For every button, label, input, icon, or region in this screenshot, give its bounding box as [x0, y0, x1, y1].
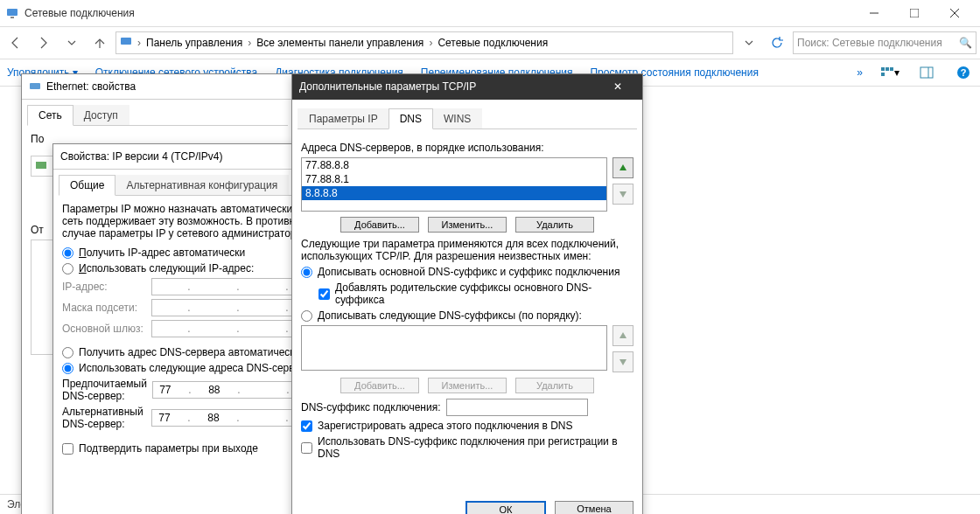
help-icon[interactable]: ?: [954, 63, 973, 82]
ipv4-description: Параметры IP можно назначать автоматичес…: [62, 203, 325, 240]
nav-up-button[interactable]: [88, 31, 112, 55]
more-chevron[interactable]: »: [857, 66, 863, 79]
close-button[interactable]: [934, 1, 975, 25]
dropdown-button[interactable]: [737, 31, 761, 55]
svg-rect-3: [910, 9, 919, 17]
chevron-right-icon: ›: [246, 37, 253, 49]
radio-custom-suffix[interactable]: Дописывать следующие DNS-суффиксы (по по…: [301, 309, 634, 322]
nav-back-button[interactable]: [4, 31, 28, 55]
adapter-icon: [35, 159, 47, 174]
connection-suffix-label: DNS-суффикс подключения:: [301, 401, 441, 413]
svg-rect-7: [121, 38, 131, 45]
advanced-body: Адреса DNS-серверов, в порядке использов…: [292, 129, 642, 470]
mask-label: Маска подсети:: [62, 302, 146, 314]
search-icon: 🔍: [959, 37, 972, 49]
svg-rect-9: [886, 67, 889, 71]
navbar: › Панель управления › Все элементы панел…: [0, 27, 980, 59]
svg-text:?: ?: [961, 67, 967, 78]
dialog-footer: ОК Отмена: [292, 496, 642, 514]
dns-list-label: Адреса DNS-серверов, в порядке использов…: [301, 142, 634, 154]
minimize-button[interactable]: [854, 1, 894, 25]
dialog-title: Ethernet: свойства: [46, 80, 136, 93]
svg-marker-18: [620, 164, 626, 170]
radio-primary-suffix[interactable]: Дописывать основной DNS-суффикс и суффик…: [301, 266, 634, 278]
dialog-titlebar: Дополнительные параметры TCP/IP ✕: [292, 74, 642, 100]
radio-auto-dns[interactable]: Получить адрес DNS-сервера автоматически: [62, 346, 325, 358]
address-bar[interactable]: › Панель управления › Все элементы панел…: [116, 31, 733, 54]
dialog-title: Свойства: IP версии 4 (TCP/IPv4): [60, 150, 223, 163]
move-up-button[interactable]: [612, 157, 634, 178]
delete-button: Удалить: [515, 378, 594, 393]
edit-button[interactable]: Изменить...: [428, 217, 507, 233]
tab-access[interactable]: Доступ: [73, 105, 130, 125]
svg-rect-10: [890, 67, 893, 71]
svg-marker-19: [620, 191, 626, 198]
connection-suffix-input[interactable]: [446, 399, 588, 416]
gateway-label: Основной шлюз:: [62, 323, 146, 335]
tab-dns[interactable]: DNS: [388, 108, 433, 129]
ip-label: IP-адрес:: [62, 281, 146, 293]
explorer-titlebar: Сетевые подключения: [0, 0, 980, 27]
svg-rect-11: [881, 73, 885, 76]
radio-manual-dns[interactable]: Использовать следующие адреса DNS-сервер…: [62, 362, 325, 374]
ok-button[interactable]: ОК: [466, 501, 546, 514]
svg-rect-16: [30, 83, 40, 89]
ipv4-tabs: Общие Альтернативная конфигурация: [59, 175, 328, 196]
svg-rect-8: [881, 67, 885, 71]
tab-general[interactable]: Общие: [59, 175, 116, 196]
nav-recent-button[interactable]: [60, 31, 84, 55]
svg-marker-20: [620, 332, 626, 338]
ethernet-tabs: Сеть Доступ: [27, 105, 288, 126]
preview-pane-icon[interactable]: [917, 63, 936, 82]
tab-ip-params[interactable]: Параметры IP: [298, 108, 389, 128]
tab-alternate[interactable]: Альтернативная конфигурация: [115, 175, 289, 195]
edit-button: Изменить...: [428, 378, 507, 393]
list-item[interactable]: 77.88.8.1: [302, 172, 606, 186]
svg-rect-1: [10, 17, 14, 18]
pref-dns-label: Предпочитаемый DNS-сервер:: [62, 378, 147, 402]
suffix-description: Следующие три параметра применяются для …: [301, 238, 634, 262]
radio-manual-ip[interactable]: Использовать следующий IP-адрес:: [62, 262, 325, 274]
radio-auto-ip[interactable]: Получить IP-адрес автоматически: [62, 247, 325, 259]
dialog-title: Дополнительные параметры TCP/IP: [299, 80, 476, 93]
maximize-button[interactable]: [894, 1, 934, 25]
check-parent-suffix[interactable]: Добавлять родительские суффиксы основног…: [318, 281, 634, 306]
list-item[interactable]: 77.88.8.8: [302, 158, 606, 172]
view-options-icon[interactable]: ▾: [880, 63, 900, 82]
svg-rect-12: [920, 67, 933, 78]
breadcrumb[interactable]: Панель управления: [146, 37, 242, 49]
check-register-dns[interactable]: Зарегистрировать адреса этого подключени…: [301, 420, 634, 432]
svg-marker-21: [620, 359, 626, 365]
delete-button[interactable]: Удалить: [515, 217, 594, 233]
add-button: Добавить...: [340, 378, 419, 393]
breadcrumb[interactable]: Сетевые подключения: [438, 37, 548, 49]
move-down-button: [612, 351, 634, 372]
tab-network[interactable]: Сеть: [27, 105, 74, 126]
move-down-button: [612, 184, 634, 205]
chevron-right-icon: ›: [136, 37, 143, 49]
add-button[interactable]: Добавить...: [340, 217, 419, 233]
explorer-title: Сетевые подключения: [24, 7, 854, 19]
svg-rect-17: [36, 162, 46, 169]
network-icon: [120, 36, 132, 51]
check-validate[interactable]: Подтвердить параметры при выходе: [62, 442, 325, 455]
network-icon: [5, 6, 19, 20]
ethernet-icon: [29, 80, 41, 94]
dialog-titlebar: Ethernet: свойства: [22, 74, 293, 100]
check-use-suffix-reg[interactable]: Использовать DNS-суффикс подключения при…: [301, 435, 634, 460]
dns-server-list[interactable]: 77.88.8.8 77.88.8.1 8.8.8.8: [301, 157, 607, 212]
alt-dns-label: Альтернативный DNS-сервер:: [62, 406, 146, 430]
tab-wins[interactable]: WINS: [432, 108, 482, 128]
cancel-button[interactable]: Отмена: [555, 501, 634, 514]
nav-forward-button[interactable]: [32, 31, 56, 55]
close-button[interactable]: ✕: [600, 80, 635, 93]
refresh-button[interactable]: [765, 31, 789, 55]
suffix-list: [301, 325, 607, 371]
chevron-right-icon: ›: [427, 37, 434, 49]
move-up-button: [612, 325, 634, 346]
search-input[interactable]: Поиск: Сетевые подключения🔍: [793, 31, 976, 54]
list-item[interactable]: 8.8.8.8: [302, 186, 606, 200]
search-placeholder: Поиск: Сетевые подключения: [797, 37, 942, 49]
advanced-tabs: Параметры IP DNS WINS: [298, 108, 637, 129]
breadcrumb[interactable]: Все элементы панели управления: [256, 37, 424, 49]
